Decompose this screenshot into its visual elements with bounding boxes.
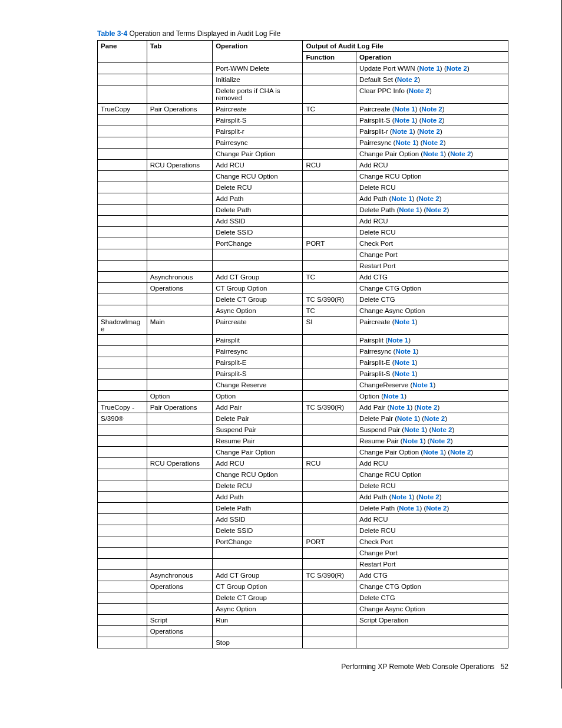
cell-pane [98,63,147,74]
note-link[interactable]: Note 1 [391,493,412,500]
cell-op: Pairresync [213,137,303,149]
cell-op: Pairresync [213,346,303,357]
note-link[interactable]: Note 1 [412,381,433,388]
cell-tab [147,115,213,126]
table-row: PortChangePORTCheck Port [98,536,508,548]
note-link[interactable]: Note 1 [395,359,415,366]
cell-tab [147,74,213,85]
cell-pane [98,74,147,85]
cell-pane [98,581,147,592]
cell-pane [98,305,147,317]
cell-out: Change CTG Option [356,581,508,592]
cell-tab [147,171,213,182]
note-link[interactable]: Note 2 [422,106,442,113]
note-link[interactable]: Note 2 [447,65,467,72]
table-row: AsynchronousAdd CT GroupTCAdd CTG [98,272,508,283]
cell-out: ChangeReserve (Note 1) [356,380,508,391]
note-link[interactable]: Note 2 [416,404,437,411]
note-link[interactable]: Note 2 [423,139,444,146]
note-link[interactable]: Note 1 [395,139,416,146]
cell-out: Change Pair Option (Note 1) (Note 2) [356,149,508,160]
cell-op [213,261,303,272]
note-link[interactable]: Note 1 [419,65,440,72]
cell-out: Restart Port [356,559,508,570]
cell-pane [98,357,147,368]
cell-fn [303,149,356,160]
table-row: Suspend PairSuspend Pair (Note 1) (Note … [98,424,508,436]
note-link[interactable]: Note 1 [423,150,444,157]
note-link[interactable]: Note 1 [399,206,419,213]
cell-out: Pairsplit-S (Note 1) [356,368,508,380]
note-link[interactable]: Note 2 [431,426,452,433]
cell-tab: Asynchronous [147,570,213,581]
note-link[interactable]: Note 1 [395,370,415,377]
table-row: Add PathAdd Path (Note 1) (Note 2) [98,193,508,205]
cell-tab [147,503,213,514]
cell-op: Stop [213,637,303,648]
note-link[interactable]: Note 1 [389,404,410,411]
note-link[interactable]: Note 2 [397,76,418,83]
note-link[interactable]: Note 1 [423,449,444,456]
note-link[interactable]: Note 1 [384,393,404,400]
note-link[interactable]: Note 2 [426,505,447,512]
cell-op: Port-WWN Delete [213,63,303,74]
cell-tab [147,335,213,346]
table-row: Pairsplit-SPairsplit-S (Note 1) (Note 2) [98,115,508,126]
note-link[interactable]: Note 2 [418,195,439,202]
note-link[interactable]: Note 2 [418,493,439,500]
note-link[interactable]: Note 2 [422,117,442,124]
note-link[interactable]: Note 1 [388,337,408,344]
cell-pane [98,570,147,581]
note-link[interactable]: Note 2 [430,437,451,444]
table-row: PairsplitPairsplit (Note 1) [98,335,508,346]
cell-fn [303,216,356,227]
table-row: PairresyncPairresync (Note 1) [98,346,508,357]
cell-fn [303,357,356,368]
note-link[interactable]: Note 2 [426,206,447,213]
cell-op: Delete SSID [213,525,303,536]
note-link[interactable]: Note 1 [399,505,419,512]
cell-out: Delete RCU [356,182,508,193]
cell-op: CT Group Option [213,581,303,592]
cell-fn: TC S/390(R) [303,402,356,413]
cell-op: CT Group Option [213,283,303,294]
note-link[interactable]: Note 1 [404,426,425,433]
note-link[interactable]: Note 2 [409,87,429,94]
note-link[interactable]: Note 1 [391,195,412,202]
note-link[interactable]: Note 2 [424,415,445,422]
note-link[interactable]: Note 1 [395,348,416,355]
cell-out: Pairsplit-r (Note 1) (Note 2) [356,126,508,137]
cell-fn: SI [303,317,356,335]
note-link[interactable]: Note 1 [395,117,415,124]
table-label: Table 3-4 [97,29,127,38]
cell-tab [147,637,213,648]
table-row: Operations [98,626,508,637]
cell-fn: TC S/390(R) [303,294,356,305]
cell-pane: TrueCopy - [98,402,147,413]
cell-fn [303,391,356,402]
note-link[interactable]: Note 1 [397,415,418,422]
cell-tab [147,368,213,380]
note-link[interactable]: Note 1 [395,106,415,113]
cell-tab [147,436,213,447]
cell-pane [98,626,147,637]
note-link[interactable]: Note 1 [395,318,415,325]
table-row: Change Port [98,249,508,261]
table-row: Async OptionChange Async Option [98,604,508,615]
cell-op: Add Path [213,193,303,205]
cell-pane [98,424,147,436]
cell-pane [98,160,147,171]
cell-out: Delete RCU [356,525,508,536]
note-link[interactable]: Note 1 [403,437,424,444]
cell-pane [98,335,147,346]
note-link[interactable]: Note 2 [419,128,440,135]
cell-fn [303,249,356,261]
cell-tab: Operations [147,626,213,637]
cell-op: Option [213,391,303,402]
note-link[interactable]: Note 2 [450,449,471,456]
note-link[interactable]: Note 1 [392,128,413,135]
cell-op: Pairsplit-E [213,357,303,368]
note-link[interactable]: Note 2 [450,150,471,157]
cell-fn [303,283,356,294]
cell-pane [98,536,147,548]
